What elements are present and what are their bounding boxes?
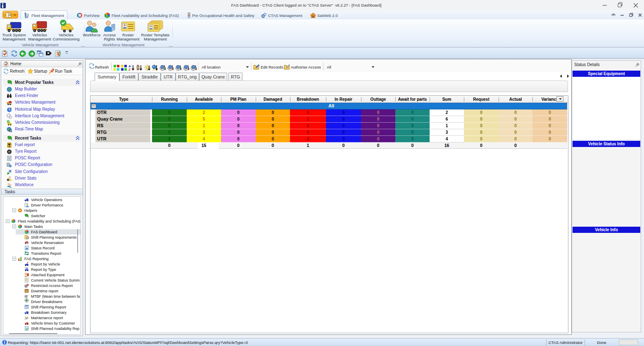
svg-text:Z: Z — [128, 68, 131, 71]
